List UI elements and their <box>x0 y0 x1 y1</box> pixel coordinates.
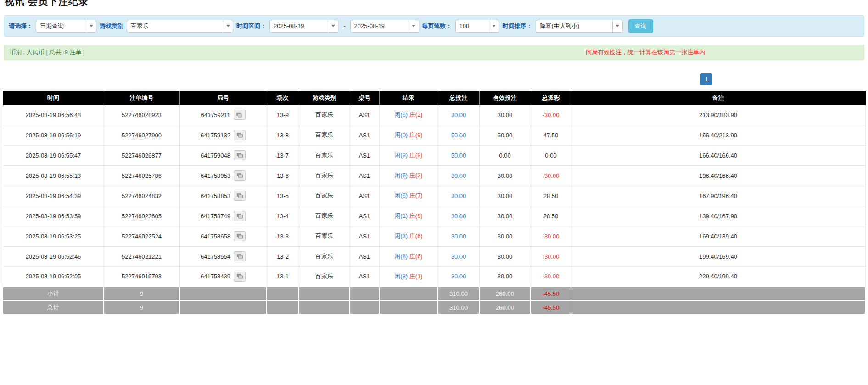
cell-result: 闲(6) 庄(7) <box>379 186 438 206</box>
cell-valid-bet: 30.00 <box>479 226 531 246</box>
cell-total-bet: 30.00 <box>438 105 479 125</box>
cell-game-type: 百家乐 <box>299 226 350 246</box>
cell-game-type: 百家乐 <box>299 266 350 287</box>
subtotal-payout: -45.50 <box>531 287 571 300</box>
cell-time: 2025-08-19 06:55:13 <box>3 165 104 186</box>
cell-game-type: 百家乐 <box>299 246 350 266</box>
total-bet-link[interactable]: 30.00 <box>451 192 466 199</box>
cell-time: 2025-08-19 06:56:48 <box>3 105 104 125</box>
cell-payout: -30.00 <box>531 165 571 186</box>
round-replay-button[interactable] <box>234 272 246 282</box>
cards-replay-icon <box>236 233 243 239</box>
sort-label: 时间排序： <box>503 22 532 30</box>
round-replay-button[interactable] <box>234 231 246 241</box>
cell-note: 166.40/166.40 <box>571 145 865 165</box>
total-label: 总计 <box>3 300 104 314</box>
cell-game-type: 百家乐 <box>299 145 350 165</box>
page-1-button[interactable]: 1 <box>700 73 712 85</box>
result-player: 闲(8) <box>394 253 408 260</box>
result-banker: 庄(6) <box>409 232 423 239</box>
cell-round-id: 641759132 <box>179 125 267 145</box>
cell-payout: 28.50 <box>531 206 571 226</box>
round-replay-button[interactable] <box>234 251 246 261</box>
table-row: 2025-08-19 06:52:05 522746019793 6417584… <box>3 266 865 287</box>
round-replay-button[interactable] <box>234 211 246 221</box>
chevron-down-icon <box>612 20 622 32</box>
round-replay-button[interactable] <box>234 130 246 140</box>
date-to-select[interactable]: 2025-08-19 <box>350 20 419 33</box>
total-bet-link[interactable]: 30.00 <box>451 273 466 280</box>
cards-replay-icon <box>236 173 243 179</box>
info-bar: 币别 : 人民币 | 总共 :9 注单 | 同局有效投注，统一计算在该局第一张注… <box>4 45 864 60</box>
cell-total-bet: 30.00 <box>438 206 479 226</box>
cell-round-id: 641758554 <box>179 246 267 266</box>
table-row: 2025-08-19 06:55:13 522746025786 6417589… <box>3 165 865 186</box>
total-row: 总计 9 310.00 260.00 -45.50 <box>3 300 865 314</box>
cell-round-id: 641758749 <box>179 206 267 226</box>
column-header: 总投注 <box>438 91 479 105</box>
round-id-text: 641759132 <box>201 132 230 139</box>
total-bet-link[interactable]: 50.00 <box>451 152 466 159</box>
round-replay-button[interactable] <box>234 191 246 201</box>
cell-bet-id: 522746024832 <box>104 186 179 206</box>
total-total-bet: 310.00 <box>438 300 479 314</box>
cell-round-id: 641758658 <box>179 226 267 246</box>
round-id-text: 641758953 <box>201 172 230 179</box>
cell-time: 2025-08-19 06:52:46 <box>3 246 104 266</box>
date-from-select[interactable]: 2025-08-19 <box>269 20 338 33</box>
result-banker: 庄(9) <box>409 131 423 138</box>
sort-value: 降幂(由大到小) <box>536 20 612 32</box>
cell-bet-id: 522746023605 <box>104 206 179 226</box>
cell-table-no: AS1 <box>350 246 379 266</box>
subtotal-row: 小计 9 310.00 260.00 -45.50 <box>3 287 865 300</box>
total-bet-link[interactable]: 30.00 <box>451 112 466 119</box>
cell-game-type: 百家乐 <box>299 105 350 125</box>
filter-bar: 请选择： 日期查询 游戏类别 百家乐 时间区间： 2025-08-19 ~ 20… <box>4 15 864 37</box>
column-header: 游戏类别 <box>299 91 350 105</box>
round-replay-button[interactable] <box>234 170 246 181</box>
cell-valid-bet: 0.00 <box>479 145 531 165</box>
cell-table-no: AS1 <box>350 206 379 226</box>
result-player: 闲(1) <box>394 212 408 219</box>
cell-note: 196.40/166.40 <box>571 165 865 186</box>
cell-game-type: 百家乐 <box>299 125 350 145</box>
cell-bet-id: 522746025786 <box>104 165 179 186</box>
round-replay-button[interactable] <box>234 110 246 120</box>
round-replay-button[interactable] <box>234 150 246 160</box>
cell-session: 13-7 <box>267 145 299 165</box>
total-bet-link[interactable]: 30.00 <box>451 213 466 220</box>
total-bet-link[interactable]: 30.00 <box>451 233 466 240</box>
page-size-select[interactable]: 100 <box>455 20 499 33</box>
pagination: 1 <box>0 73 868 85</box>
search-button[interactable]: 查询 <box>628 19 653 33</box>
column-header: 有效投注 <box>479 91 531 105</box>
cards-replay-icon <box>236 213 243 219</box>
round-id-text: 641758749 <box>201 213 230 220</box>
subtotal-count: 9 <box>104 287 179 300</box>
total-bet-link[interactable]: 30.00 <box>451 253 466 260</box>
round-id-text: 641759211 <box>201 112 230 119</box>
cell-result: 闲(1) 庄(9) <box>379 206 438 226</box>
total-bet-link[interactable]: 30.00 <box>451 172 466 179</box>
chevron-down-icon <box>86 20 96 32</box>
cell-result: 闲(8) 庄(6) <box>379 246 438 266</box>
cell-payout: -30.00 <box>531 266 571 287</box>
cell-result: 闲(3) 庄(6) <box>379 226 438 246</box>
query-type-select[interactable]: 日期查询 <box>36 20 96 33</box>
game-type-select[interactable]: 百家乐 <box>127 20 233 33</box>
page-title: 视讯 会员下注纪录 <box>5 0 868 8</box>
chevron-down-icon <box>328 20 338 32</box>
cell-total-bet: 50.00 <box>438 145 479 165</box>
total-bet-link[interactable]: 50.00 <box>451 132 466 139</box>
cell-result: 闲(0) 庄(9) <box>379 125 438 145</box>
sort-select[interactable]: 降幂(由大到小) <box>536 20 623 33</box>
table-row: 2025-08-19 06:56:19 522746027900 6417591… <box>3 125 865 145</box>
cards-replay-icon <box>236 112 243 118</box>
cards-replay-icon <box>236 193 243 199</box>
chevron-down-icon <box>409 20 419 32</box>
result-player: 闲(8) <box>394 273 408 280</box>
page-size-label: 每页笔数： <box>422 22 452 30</box>
cell-result: 闲(8) 庄(1) <box>379 266 438 287</box>
cell-payout: 0.00 <box>531 145 571 165</box>
cell-total-bet: 50.00 <box>438 125 479 145</box>
